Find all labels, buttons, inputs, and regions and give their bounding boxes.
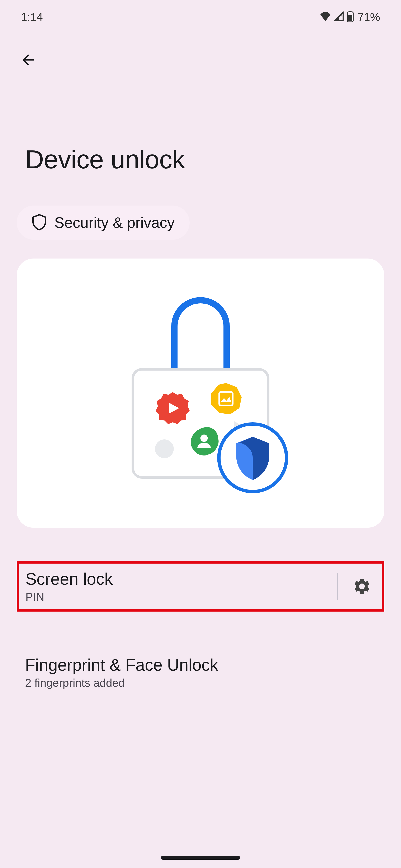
screen-lock-title: Screen lock xyxy=(26,569,113,589)
lock-shackle-icon xyxy=(171,297,230,376)
shield-outline-icon xyxy=(32,214,47,231)
fingerprint-face-title: Fingerprint & Face Unlock xyxy=(25,655,218,675)
navigation-handle[interactable] xyxy=(161,856,240,860)
battery-icon xyxy=(347,11,354,23)
svg-point-5 xyxy=(200,434,208,442)
cellular-icon: ! xyxy=(334,11,344,22)
gear-icon xyxy=(352,577,371,596)
play-badge-icon xyxy=(155,391,191,426)
illustration-card xyxy=(17,258,384,528)
shield-circle-icon xyxy=(217,422,288,493)
screen-lock-subtitle: PIN xyxy=(26,590,113,603)
gray-circle-icon xyxy=(155,439,174,458)
photo-badge-icon xyxy=(209,382,243,415)
contact-badge-icon xyxy=(187,425,221,458)
status-time: 1:14 xyxy=(21,10,43,23)
screen-lock-setting[interactable]: Screen lock PIN xyxy=(17,561,384,612)
page-title: Device unlock xyxy=(25,145,401,174)
battery-percentage: 71% xyxy=(357,10,380,23)
fingerprint-face-subtitle: 2 fingerprints added xyxy=(25,676,218,689)
status-bar: 1:14 ! 71% xyxy=(0,0,401,30)
screen-lock-settings-button[interactable] xyxy=(337,573,371,600)
svg-rect-3 xyxy=(348,15,352,21)
lock-illustration xyxy=(107,299,294,487)
back-button[interactable] xyxy=(19,51,37,69)
status-icons: ! 71% xyxy=(319,10,380,23)
security-privacy-chip[interactable]: Security & privacy xyxy=(17,206,190,240)
settings-list: Screen lock PIN Fingerprint & Face Unloc… xyxy=(0,561,401,695)
screen-lock-text: Screen lock PIN xyxy=(26,569,113,603)
fingerprint-face-text: Fingerprint & Face Unlock 2 fingerprints… xyxy=(25,655,218,689)
wifi-icon xyxy=(319,12,331,22)
fingerprint-face-setting[interactable]: Fingerprint & Face Unlock 2 fingerprints… xyxy=(0,649,401,695)
svg-text:!: ! xyxy=(341,13,343,18)
chip-label: Security & privacy xyxy=(54,214,175,231)
back-arrow-icon xyxy=(20,52,36,68)
